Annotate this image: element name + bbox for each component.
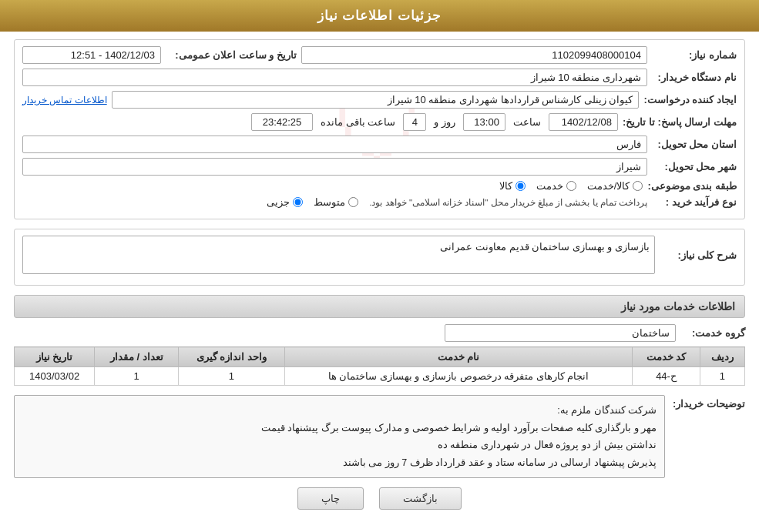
services-section-title: اطلاعات خدمات مورد نیاز	[14, 295, 745, 318]
radio-medium: متوسط	[314, 196, 358, 208]
cell-date: 1403/03/02	[15, 367, 95, 386]
col-code: کد خدمت	[633, 347, 700, 367]
contact-link[interactable]: اطلاعات تماس خریدار	[22, 95, 107, 105]
radio-goods-service: کالا/خدمت	[587, 180, 643, 192]
buttons-row: بازگشت چاپ	[14, 487, 745, 510]
notes-line: نداشتن بیش از دو پروژه فعال در شهرداری م…	[22, 437, 657, 454]
purchase-type-label: نوع فرآیند خرید :	[652, 196, 737, 208]
buyer-org-value: شهرداری منطقه 10 شیراز	[22, 69, 647, 86]
notes-line: شرکت کنندگان ملزم به:	[22, 402, 657, 420]
cell-unit: 1	[179, 367, 284, 386]
response-deadline-label: مهلت ارسال پاسخ: تا تاریخ:	[623, 116, 737, 128]
category-goods-service-label: کالا/خدمت	[587, 180, 630, 192]
print-button[interactable]: چاپ	[297, 487, 364, 510]
city-label: شهر محل تحویل:	[652, 161, 737, 172]
col-row: ردیف	[700, 347, 744, 367]
purchase-type-radio-group: پرداخت تمام یا بخشی از مبلغ خریدار محل "…	[267, 196, 647, 208]
days-label: روز و	[434, 116, 455, 128]
creator-value: کیوان زینلی کارشناس قراردادها شهرداری من…	[112, 91, 640, 109]
announce-label: تاریخ و ساعت اعلان عمومی:	[166, 49, 297, 61]
radio-medium-input[interactable]	[348, 197, 358, 207]
col-quantity: تعداد / مقدار	[95, 347, 179, 367]
col-date: تاریخ نیاز	[15, 347, 95, 367]
description-section: شرح کلی نیاز: بازسازی و بهسازی ساختمان ق…	[14, 229, 745, 286]
category-radio-group: کالا/خدمت خدمت کالا	[499, 180, 643, 192]
purchase-partial-label: جزیی	[267, 196, 290, 208]
cell-row: 1	[700, 367, 744, 386]
category-service-label: خدمت	[536, 180, 563, 192]
purchase-medium-label: متوسط	[314, 196, 345, 208]
city-value: شیراز	[22, 158, 647, 176]
province-label: استان محل تحویل:	[652, 139, 737, 150]
category-goods-label: کالا	[499, 180, 512, 192]
service-group-label: گروه خدمت:	[683, 327, 745, 339]
radio-goods: کالا	[499, 180, 526, 192]
buyer-org-label: نام دستگاه خریدار:	[652, 72, 737, 83]
remaining-time: 23:42:25	[251, 113, 313, 131]
service-group-value: ساختمان	[445, 324, 676, 342]
services-section: گروه خدمت: ساختمان ردیف کد خدمت نام خدمت…	[14, 324, 745, 386]
buyer-notes-box: شرکت کنندگان ملزم به:مهر و بارگذاری کلیه…	[14, 395, 665, 478]
col-name: نام خدمت	[284, 347, 633, 367]
remaining-label: ساعت باقی مانده	[321, 116, 395, 128]
cell-code: ح-44	[633, 367, 700, 386]
radio-partial: جزیی	[267, 196, 303, 208]
col-unit: واحد اندازه گیری	[179, 347, 284, 367]
radio-partial-input[interactable]	[293, 197, 303, 207]
province-value: فارس	[22, 136, 647, 153]
need-number-value: 1102099408000104	[301, 46, 647, 64]
purchase-note: پرداخت تمام یا بخشی از مبلغ خریدار محل "…	[369, 197, 647, 208]
need-number-label: شماره نیاز:	[652, 49, 737, 61]
notes-line: مهر و بارگذاری کلیه صفحات برآورد اولیه و…	[22, 420, 657, 437]
notes-line: پذیرش پیشنهاد ارسالی در سامانه ستاد و عق…	[22, 454, 657, 472]
radio-goods-input[interactable]	[516, 181, 526, 191]
category-label: طبقه بندی موضوعی:	[647, 180, 737, 192]
response-time-label: ساعت	[513, 116, 541, 128]
buyer-notes-section: توضیحات خریدار: شرکت کنندگان ملزم به:مهر…	[14, 395, 745, 478]
announce-value: 1402/12/03 - 12:51	[22, 46, 161, 64]
description-value: بازسازی و بهسازی ساختمان قدیم معاونت عمر…	[22, 236, 655, 274]
buyer-notes-label: توضیحات خریدار:	[673, 395, 745, 410]
page-header: جزئیات اطلاعات نیاز	[0, 0, 759, 32]
radio-service: خدمت	[536, 180, 576, 192]
radio-goods-service-input[interactable]	[633, 181, 643, 191]
creator-label: ایجاد کننده درخواست:	[643, 94, 737, 105]
radio-service-input[interactable]	[566, 181, 576, 191]
table-header-row: ردیف کد خدمت نام خدمت واحد اندازه گیری ت…	[15, 347, 745, 367]
services-table: ردیف کد خدمت نام خدمت واحد اندازه گیری ت…	[14, 346, 745, 386]
cell-quantity: 1	[95, 367, 179, 386]
service-group-row: گروه خدمت: ساختمان	[14, 324, 745, 342]
back-button[interactable]: بازگشت	[379, 487, 462, 510]
page-title: جزئیات اطلاعات نیاز	[317, 8, 442, 23]
response-time: 13:00	[463, 113, 505, 131]
description-title: شرح کلی نیاز:	[660, 249, 737, 261]
cell-name: انجام کارهای متفرقه درخصوص بازسازی و بهس…	[284, 367, 633, 386]
response-date: 1402/12/08	[549, 113, 618, 131]
days-value: 4	[403, 113, 426, 131]
table-row: 1 ح-44 انجام کارهای متفرقه درخصوص بازساز…	[15, 367, 745, 386]
